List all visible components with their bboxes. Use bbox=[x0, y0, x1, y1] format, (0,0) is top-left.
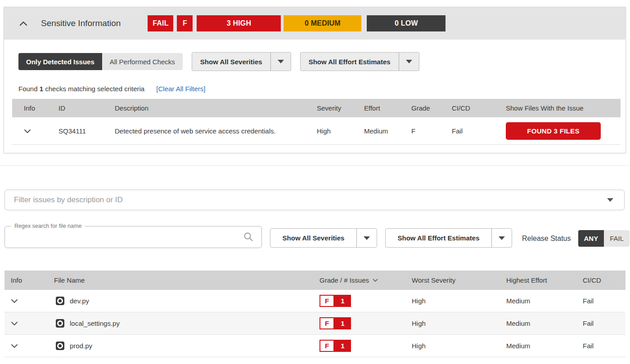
cicd-cell: Fail bbox=[578, 320, 626, 327]
release-status-fail-toggle[interactable]: FAIL bbox=[604, 230, 630, 247]
regex-file-search-field[interactable]: Regex search for file name bbox=[4, 223, 262, 248]
severity-dropdown-label: Show All Severities bbox=[192, 53, 270, 71]
component-row: prod.py F 1 High Medium Fail bbox=[4, 335, 626, 357]
file-name: dev.py bbox=[70, 297, 89, 305]
found-count: 1 bbox=[40, 85, 43, 93]
grade-issues-badge: F 1 bbox=[320, 317, 351, 329]
col-highest-effort: Highest Effort bbox=[502, 276, 578, 284]
col-file-name: File Name bbox=[45, 276, 310, 284]
chevron-down-icon[interactable] bbox=[607, 198, 613, 202]
highest-effort-cell: Medium bbox=[502, 342, 578, 350]
checks-table: Info ID Description Severity Effort Grad… bbox=[12, 99, 621, 145]
effort-dropdown-caret[interactable] bbox=[399, 53, 419, 71]
checks-table-header: Info ID Description Severity Effort Grad… bbox=[12, 99, 621, 117]
file-icon bbox=[56, 297, 64, 305]
sort-chevron-down-icon bbox=[373, 279, 378, 282]
found-files-cell: FOUND 3 FILES bbox=[500, 122, 621, 140]
release-status-any-toggle[interactable]: ANY bbox=[578, 230, 604, 247]
chevron-down-icon bbox=[11, 321, 18, 326]
release-status-label: Release Status bbox=[522, 235, 571, 243]
file-name-cell: prod.py bbox=[45, 342, 310, 350]
file-name-cell: dev.py bbox=[45, 297, 310, 305]
severity-filter-dropdown[interactable]: Show All Severities bbox=[192, 52, 291, 71]
grade-letter: F bbox=[320, 340, 334, 352]
effort-filter-dropdown[interactable]: Show All Effort Estimates bbox=[300, 52, 419, 71]
only-detected-issues-toggle[interactable]: Only Detected Issues bbox=[18, 53, 102, 70]
col-grade-issues: Grade / # Issues bbox=[310, 276, 407, 284]
chevron-down-icon bbox=[11, 344, 18, 348]
highest-effort-cell: Medium bbox=[502, 320, 578, 327]
expand-component-row[interactable] bbox=[4, 297, 45, 305]
issue-filter-combobox[interactable] bbox=[4, 190, 625, 210]
severity-badge-row: FAIL F 3 HIGH 0 MEDIUM 0 LOW bbox=[148, 15, 446, 31]
cicd-cell: Fail bbox=[578, 342, 626, 350]
expand-check-row[interactable] bbox=[12, 127, 55, 135]
checks-found-summary: Found 1 checks matching selected criteri… bbox=[18, 85, 626, 93]
found-prefix: Found bbox=[18, 85, 38, 93]
expand-component-row[interactable] bbox=[4, 320, 45, 327]
col-cicd: CI/CD bbox=[578, 276, 626, 284]
page: Sensitive Information FAIL F 3 HIGH 0 ME… bbox=[0, 0, 630, 364]
sensitive-information-panel: Sensitive Information FAIL F 3 HIGH 0 ME… bbox=[4, 7, 626, 153]
chevron-down-icon bbox=[364, 236, 370, 240]
file-effort-dropdown-caret[interactable] bbox=[491, 229, 512, 247]
all-performed-checks-toggle[interactable]: All Performed Checks bbox=[102, 53, 183, 70]
collapse-panel-chevron-up-icon[interactable] bbox=[19, 21, 27, 26]
check-cicd: Fail bbox=[446, 127, 500, 135]
issue-filter-input[interactable] bbox=[5, 195, 607, 204]
grade-issues-cell: F 1 bbox=[310, 295, 407, 307]
grade-issues-sort-control[interactable]: Grade / # Issues bbox=[320, 276, 378, 284]
check-grade: F bbox=[406, 127, 446, 135]
panel-title: Sensitive Information bbox=[41, 18, 121, 28]
issue-count: 1 bbox=[334, 317, 351, 329]
file-name: prod.py bbox=[70, 342, 92, 350]
panel-header: Sensitive Information FAIL F 3 HIGH 0 ME… bbox=[4, 7, 626, 40]
check-effort: Medium bbox=[359, 127, 406, 135]
col-info: Info bbox=[12, 104, 55, 112]
grade-issues-cell: F 1 bbox=[310, 340, 407, 352]
chevron-down-icon bbox=[24, 129, 31, 133]
effort-dropdown-label: Show All Effort Estimates bbox=[301, 53, 399, 71]
severity-dropdown-caret[interactable] bbox=[270, 53, 291, 71]
col-cicd: CI/CD bbox=[446, 104, 500, 112]
chevron-down-icon bbox=[278, 60, 284, 63]
col-grade-issues-label: Grade / # Issues bbox=[320, 276, 369, 284]
found-files-button[interactable]: FOUND 3 FILES bbox=[506, 122, 601, 140]
issue-count: 1 bbox=[334, 340, 351, 352]
worst-severity-cell: High bbox=[407, 320, 502, 327]
col-info: Info bbox=[4, 276, 45, 284]
worst-severity-cell: High bbox=[407, 297, 502, 305]
component-row: local_settings.py F 1 High Medium Fail bbox=[4, 312, 626, 335]
cicd-cell: Fail bbox=[578, 297, 626, 305]
section-divider bbox=[0, 165, 630, 166]
grade-badge: F bbox=[177, 15, 193, 31]
check-severity: High bbox=[311, 127, 359, 135]
grade-issues-badge: F 1 bbox=[320, 340, 351, 352]
component-row: dev.py F 1 High Medium Fail bbox=[4, 290, 626, 312]
file-icon bbox=[56, 319, 64, 328]
file-name-cell: local_settings.py bbox=[45, 319, 310, 328]
components-table-header: Info File Name Grade / # Issues Worst Se… bbox=[4, 271, 626, 290]
panel-filter-controls: Only Detected Issues All Performed Check… bbox=[18, 52, 626, 71]
col-worst-severity: Worst Severity bbox=[407, 276, 502, 284]
expand-component-row[interactable] bbox=[4, 342, 45, 350]
file-effort-dropdown-label: Show All Effort Estimates bbox=[386, 229, 491, 247]
file-effort-filter-dropdown[interactable]: Show All Effort Estimates bbox=[385, 228, 512, 248]
release-status-control: Release Status ANY FAIL bbox=[522, 230, 630, 247]
col-grade: Grade bbox=[406, 104, 446, 112]
issues-checks-toggle: Only Detected Issues All Performed Check… bbox=[18, 53, 183, 70]
chevron-down-icon bbox=[499, 236, 505, 240]
check-row: SQ34111 Detected presence of web service… bbox=[12, 117, 621, 145]
worst-severity-cell: High bbox=[407, 342, 502, 350]
release-status-toggle: ANY FAIL bbox=[578, 230, 630, 247]
file-severity-filter-dropdown[interactable]: Show All Severities bbox=[270, 228, 377, 248]
low-count-badge: 0 LOW bbox=[367, 15, 446, 31]
regex-file-search-input[interactable] bbox=[5, 233, 243, 241]
clear-all-filters-link[interactable]: [Clear All Filters] bbox=[156, 85, 205, 93]
col-description: Description bbox=[111, 104, 311, 112]
issue-count: 1 bbox=[334, 295, 351, 307]
check-id: SQ34111 bbox=[55, 127, 111, 135]
file-severity-dropdown-caret[interactable] bbox=[356, 229, 377, 247]
file-severity-dropdown-label: Show All Severities bbox=[270, 229, 356, 247]
medium-count-badge: 0 MEDIUM bbox=[284, 15, 361, 31]
